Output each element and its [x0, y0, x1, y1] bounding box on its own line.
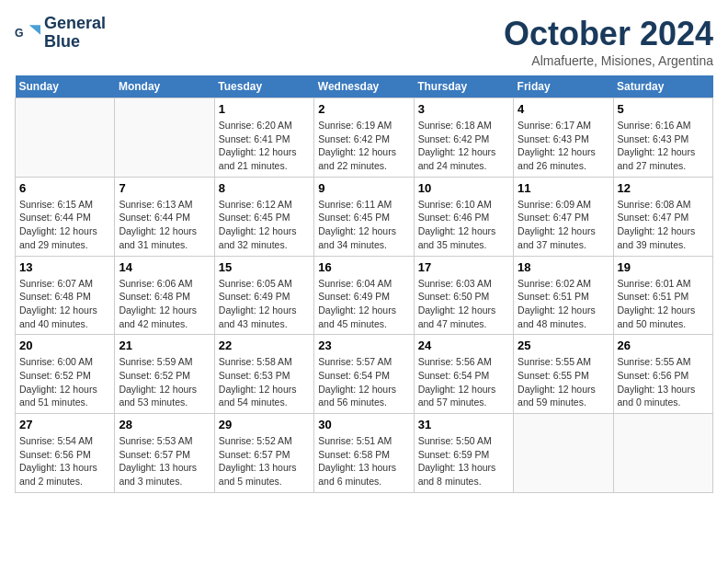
day-info: Sunrise: 6:04 AMSunset: 6:49 PMDaylight:… — [318, 277, 409, 331]
col-header-wednesday: Wednesday — [314, 75, 414, 98]
day-number: 31 — [418, 418, 509, 431]
day-number: 23 — [318, 339, 409, 352]
calendar-cell: 16Sunrise: 6:04 AMSunset: 6:49 PMDayligh… — [314, 256, 414, 335]
day-number: 15 — [219, 260, 310, 274]
calendar-cell — [514, 414, 613, 493]
day-number: 16 — [318, 260, 409, 274]
day-number: 3 — [418, 102, 509, 116]
logo-text: General Blue — [44, 15, 106, 52]
logo: G General Blue — [15, 15, 106, 52]
calendar-cell: 13Sunrise: 6:07 AMSunset: 6:48 PMDayligh… — [16, 256, 115, 335]
day-number: 28 — [119, 418, 210, 431]
day-info: Sunrise: 6:15 AMSunset: 6:44 PMDaylight:… — [19, 198, 110, 252]
col-header-saturday: Saturday — [613, 75, 712, 98]
day-info: Sunrise: 5:57 AMSunset: 6:54 PMDaylight:… — [318, 355, 409, 409]
day-number: 12 — [618, 181, 709, 195]
calendar-cell: 27Sunrise: 5:54 AMSunset: 6:56 PMDayligh… — [16, 414, 115, 493]
day-info: Sunrise: 5:53 AMSunset: 6:57 PMDaylight:… — [119, 434, 210, 488]
calendar-cell: 23Sunrise: 5:57 AMSunset: 6:54 PMDayligh… — [314, 335, 414, 414]
title-block: October 2024 Almafuerte, Misiones, Argen… — [504, 15, 713, 68]
day-number: 25 — [518, 339, 609, 352]
day-number: 8 — [219, 181, 310, 195]
calendar-cell — [115, 98, 214, 178]
day-info: Sunrise: 6:07 AMSunset: 6:48 PMDaylight:… — [19, 277, 110, 331]
calendar-cell: 14Sunrise: 6:06 AMSunset: 6:48 PMDayligh… — [115, 256, 214, 335]
calendar-table: SundayMondayTuesdayWednesdayThursdayFrid… — [15, 75, 713, 493]
day-info: Sunrise: 5:52 AMSunset: 6:57 PMDaylight:… — [219, 434, 310, 488]
day-info: Sunrise: 5:59 AMSunset: 6:52 PMDaylight:… — [119, 355, 210, 409]
calendar-cell: 8Sunrise: 6:12 AMSunset: 6:45 PMDaylight… — [214, 177, 313, 256]
calendar-cell: 11Sunrise: 6:09 AMSunset: 6:47 PMDayligh… — [514, 177, 613, 256]
day-number: 13 — [19, 260, 110, 274]
day-number: 17 — [418, 260, 509, 274]
calendar-cell: 19Sunrise: 6:01 AMSunset: 6:51 PMDayligh… — [613, 256, 712, 335]
calendar-cell: 9Sunrise: 6:11 AMSunset: 6:45 PMDaylight… — [314, 177, 414, 256]
day-info: Sunrise: 5:55 AMSunset: 6:55 PMDaylight:… — [518, 355, 609, 409]
week-row-2: 6Sunrise: 6:15 AMSunset: 6:44 PMDaylight… — [16, 177, 713, 256]
calendar-cell — [613, 414, 712, 493]
day-number: 11 — [518, 181, 609, 195]
day-info: Sunrise: 6:06 AMSunset: 6:48 PMDaylight:… — [119, 277, 210, 331]
calendar-cell: 4Sunrise: 6:17 AMSunset: 6:43 PMDaylight… — [514, 98, 613, 178]
day-number: 1 — [219, 102, 310, 116]
day-number: 14 — [119, 260, 210, 274]
calendar-cell: 12Sunrise: 6:08 AMSunset: 6:47 PMDayligh… — [613, 177, 712, 256]
col-header-friday: Friday — [514, 75, 613, 98]
day-info: Sunrise: 5:56 AMSunset: 6:54 PMDaylight:… — [418, 355, 509, 409]
day-info: Sunrise: 6:19 AMSunset: 6:42 PMDaylight:… — [318, 119, 409, 173]
day-info: Sunrise: 6:00 AMSunset: 6:52 PMDaylight:… — [19, 355, 110, 409]
page-header: G General Blue October 2024 Almafuerte, … — [15, 15, 713, 68]
calendar-cell: 29Sunrise: 5:52 AMSunset: 6:57 PMDayligh… — [214, 414, 313, 493]
day-info: Sunrise: 6:11 AMSunset: 6:45 PMDaylight:… — [318, 198, 409, 252]
day-number: 21 — [119, 339, 210, 352]
day-number: 10 — [418, 181, 509, 195]
calendar-cell: 17Sunrise: 6:03 AMSunset: 6:50 PMDayligh… — [414, 256, 513, 335]
day-info: Sunrise: 6:05 AMSunset: 6:49 PMDaylight:… — [219, 277, 310, 331]
day-info: Sunrise: 5:50 AMSunset: 6:59 PMDaylight:… — [418, 434, 509, 488]
calendar-cell: 21Sunrise: 5:59 AMSunset: 6:52 PMDayligh… — [115, 335, 214, 414]
svg-marker-1 — [29, 25, 40, 35]
week-row-1: 1Sunrise: 6:20 AMSunset: 6:41 PMDaylight… — [16, 98, 713, 178]
day-number: 26 — [618, 339, 709, 352]
day-number: 19 — [618, 260, 709, 274]
calendar-cell: 25Sunrise: 5:55 AMSunset: 6:55 PMDayligh… — [514, 335, 613, 414]
day-number: 7 — [119, 181, 210, 195]
calendar-cell: 6Sunrise: 6:15 AMSunset: 6:44 PMDaylight… — [16, 177, 115, 256]
day-number: 9 — [318, 181, 409, 195]
col-header-tuesday: Tuesday — [214, 75, 313, 98]
day-info: Sunrise: 6:02 AMSunset: 6:51 PMDaylight:… — [518, 277, 609, 331]
day-number: 20 — [19, 339, 110, 352]
month-title: October 2024 — [504, 15, 713, 53]
day-info: Sunrise: 6:01 AMSunset: 6:51 PMDaylight:… — [618, 277, 709, 331]
day-info: Sunrise: 6:12 AMSunset: 6:45 PMDaylight:… — [219, 198, 310, 252]
day-number: 4 — [518, 102, 609, 116]
calendar-cell: 2Sunrise: 6:19 AMSunset: 6:42 PMDaylight… — [314, 98, 414, 178]
day-info: Sunrise: 6:10 AMSunset: 6:46 PMDaylight:… — [418, 198, 509, 252]
day-number: 18 — [518, 260, 609, 274]
day-info: Sunrise: 6:03 AMSunset: 6:50 PMDaylight:… — [418, 277, 509, 331]
calendar-cell: 1Sunrise: 6:20 AMSunset: 6:41 PMDaylight… — [214, 98, 313, 178]
day-number: 2 — [318, 102, 409, 116]
week-row-5: 27Sunrise: 5:54 AMSunset: 6:56 PMDayligh… — [16, 414, 713, 493]
day-info: Sunrise: 6:09 AMSunset: 6:47 PMDaylight:… — [518, 198, 609, 252]
day-number: 24 — [418, 339, 509, 352]
calendar-cell: 18Sunrise: 6:02 AMSunset: 6:51 PMDayligh… — [514, 256, 613, 335]
calendar-cell: 20Sunrise: 6:00 AMSunset: 6:52 PMDayligh… — [16, 335, 115, 414]
day-number: 29 — [219, 418, 310, 431]
calendar-cell: 7Sunrise: 6:13 AMSunset: 6:44 PMDaylight… — [115, 177, 214, 256]
day-info: Sunrise: 6:18 AMSunset: 6:42 PMDaylight:… — [418, 119, 509, 173]
col-header-thursday: Thursday — [414, 75, 513, 98]
calendar-cell: 10Sunrise: 6:10 AMSunset: 6:46 PMDayligh… — [414, 177, 513, 256]
logo-icon: G — [15, 20, 40, 46]
day-number: 27 — [19, 418, 110, 431]
day-info: Sunrise: 6:16 AMSunset: 6:43 PMDaylight:… — [618, 119, 709, 173]
day-number: 22 — [219, 339, 310, 352]
week-row-4: 20Sunrise: 6:00 AMSunset: 6:52 PMDayligh… — [16, 335, 713, 414]
calendar-cell: 30Sunrise: 5:51 AMSunset: 6:58 PMDayligh… — [314, 414, 414, 493]
calendar-cell — [16, 98, 115, 178]
day-info: Sunrise: 5:58 AMSunset: 6:53 PMDaylight:… — [219, 355, 310, 409]
calendar-header-row: SundayMondayTuesdayWednesdayThursdayFrid… — [16, 75, 713, 98]
day-info: Sunrise: 5:55 AMSunset: 6:56 PMDaylight:… — [618, 355, 709, 409]
svg-text:G: G — [15, 26, 24, 39]
week-row-3: 13Sunrise: 6:07 AMSunset: 6:48 PMDayligh… — [16, 256, 713, 335]
